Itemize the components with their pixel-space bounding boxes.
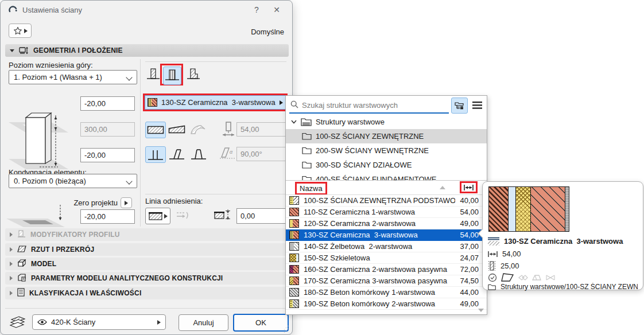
composite-swatch-icon	[289, 219, 299, 228]
collapsed-section-header[interactable]: KLASYFIKACJA I WŁAŚCIWOŚCI	[5, 287, 289, 299]
tree-root-label: Struktury warstwowe	[316, 118, 385, 126]
home-story-select[interactable]: 0. Poziom 0 (bieżąca)	[9, 174, 137, 188]
composite-highlight-box	[160, 64, 183, 85]
slant-double-button[interactable]	[189, 146, 208, 162]
base-to-zero-field[interactable]: -20,00	[80, 209, 135, 224]
tree-folder-item[interactable]: 100-SZ ŚCIANY ZEWNĘTRZNE	[286, 129, 487, 143]
preview-core-thickness: 25,00	[501, 262, 519, 270]
base-offset-value: -20,00	[84, 151, 106, 159]
search-row	[286, 96, 487, 114]
flyout-arrow-icon	[164, 214, 168, 219]
slant-vertical-button[interactable]	[145, 146, 166, 163]
project-zero-flyout-button[interactable]	[121, 197, 132, 208]
flip-arrows-icon	[176, 211, 191, 220]
collapse-triangle-icon	[10, 49, 14, 52]
favorites-button[interactable]	[9, 24, 32, 38]
composite-name: 130-SZ Ceramiczna 3-warstwowa	[161, 98, 276, 107]
name-column-header-highlight[interactable]: Nazwa	[295, 182, 327, 195]
search-underline	[289, 112, 449, 114]
check-circle-icon	[488, 273, 497, 282]
star-icon	[13, 26, 22, 36]
plan-polygon-button[interactable]	[189, 122, 208, 137]
collapsed-section-header[interactable]: PARAMETRY MODELU ANALITYCZNEGO KONSTRUKC…	[5, 272, 289, 285]
tree-folder-item[interactable]: 200-SW ŚCIANY WEWNĘTRZNE	[286, 143, 487, 158]
scroll-down-icon[interactable]	[478, 309, 484, 312]
thickness-value: 54,00	[240, 125, 259, 134]
composite-row-name: 130-SZ Ceramiczna 3-warstwowa	[304, 231, 455, 239]
section-geometry-header[interactable]: GEOMETRIA I POŁOŻENIE	[5, 44, 289, 57]
composite-row[interactable]: 170-SZ Ceramiczna 3-warstwowa pasywna 74…	[286, 275, 487, 287]
top-offset-value: -20,00	[84, 99, 106, 108]
composite-select[interactable]: 130-SZ Ceramiczna 3-warstwowa	[145, 95, 286, 110]
composite-row[interactable]: 180-SZ Beton komórkowy 1-warstwowa 44,00	[286, 287, 487, 298]
composite-row-width: 74,50	[460, 276, 479, 285]
name-column-header: Nazwa	[300, 184, 323, 193]
composite-row-name: 190-SZ Beton komórkowy 2-warstwowa	[304, 299, 455, 308]
structure-composite-button[interactable]	[163, 67, 181, 85]
slant-single-button[interactable]	[167, 146, 187, 162]
composite-row[interactable]: 110-SZ Ceramiczna 1-warstwowa 54,00	[286, 207, 487, 218]
expand-triangle-icon	[10, 232, 13, 237]
composite-row[interactable]: 150-SZ Szkieletowa 24,07	[286, 252, 487, 264]
reference-offset-icon	[214, 209, 232, 221]
tree-folder-label: 300-SD ŚCIANY DZIAŁOWE	[316, 161, 412, 169]
top-level-select[interactable]: 1. Poziom +1 (Własna + 1)	[9, 70, 137, 84]
composite-row[interactable]: 190-SZ Beton komórkowy 2-warstwowa 49,00	[286, 298, 487, 310]
wall-elevation-diagram	[5, 103, 77, 176]
wall-settings-dialog: Ustawienia ściany ? ✕ Domyślne GEOMETRIA…	[0, 0, 293, 335]
tree-view-button[interactable]	[451, 98, 468, 114]
straight-wall-icon	[147, 125, 164, 135]
tree-folder-item[interactable]: 300-SD ŚCIANY DZIAŁOWE	[286, 158, 487, 172]
collapsed-section-header[interactable]: MODEL	[5, 258, 289, 270]
composite-row[interactable]: 100-SZ ŚCIANA ZEWNĘTRZNA PODSTAWOWA 40,0…	[286, 195, 487, 207]
wall-geometry-icon	[19, 46, 29, 55]
width-column-header-highlight[interactable]	[460, 181, 478, 193]
title-bar[interactable]: Ustawienia ściany ? ✕	[1, 1, 292, 19]
composite-row-width: 44,00	[460, 288, 479, 297]
folder-icon	[302, 176, 312, 180]
screenshot-root: { "window": {"title": "Ustawienia ściany…	[0, 0, 644, 335]
composite-preview-card: 130-SZ Ceramiczna 3-warstwowa 54,00 25,0…	[482, 181, 643, 290]
divider	[145, 61, 286, 62]
expand-triangle-icon	[10, 247, 13, 252]
layers-icon	[9, 315, 26, 329]
composite-swatch-icon	[148, 98, 157, 107]
composite-row[interactable]: 120-SZ Ceramiczna 2-warstwowa 49,00	[286, 218, 487, 229]
ok-button[interactable]: OK	[233, 314, 289, 332]
composite-row[interactable]: 140-SZ Żelbetowa 2-warstwowa 37,00	[286, 241, 487, 252]
plan-straight-button[interactable]	[145, 122, 166, 138]
folder-tree: Struktury warstwowe 100-SZ ŚCIANY ZEWNĘT…	[286, 115, 487, 180]
collapsed-section-title: MODYFIKATORY PROFILU	[30, 231, 120, 239]
tree-root-item[interactable]: Struktury warstwowe	[286, 115, 487, 129]
slanted-wall-icon	[169, 149, 185, 160]
base-offset-field[interactable]: -20,00	[80, 148, 135, 162]
flyout-arrow-icon	[125, 201, 128, 205]
composite-row[interactable]: 130-SZ Ceramiczna 3-warstwowa 54,00	[286, 229, 487, 241]
cancel-button[interactable]: Anuluj	[179, 314, 228, 331]
list-view-button[interactable]	[470, 98, 485, 112]
slab-usage-icon	[545, 274, 556, 281]
resize-grip[interactable]: ⋰⋰	[284, 326, 289, 332]
structure-profile-button[interactable]	[185, 66, 201, 83]
structure-basic-button[interactable]	[145, 66, 161, 83]
core-thickness-icon	[488, 261, 496, 271]
composite-cross-section-preview	[488, 186, 569, 232]
plan-trapezoid-button[interactable]	[167, 122, 187, 137]
slant-angle-field: 90,00°	[236, 147, 290, 161]
help-button[interactable]: ?	[249, 3, 264, 16]
search-input[interactable]	[301, 98, 447, 112]
tree-folder-label: 100-SZ ŚCIANY ZEWNĘTRZNE	[316, 132, 424, 141]
reference-line-position-button[interactable]	[145, 208, 170, 224]
basic-wall-icon	[146, 68, 161, 81]
layer-select[interactable]: 420-K Ściany	[32, 314, 166, 330]
close-button[interactable]: ✕	[269, 3, 284, 16]
top-offset-field[interactable]: -20,00	[80, 96, 135, 111]
composite-row[interactable]: 160-SZ Ceramiczna 2-warstwowa pasywna 72…	[286, 264, 487, 275]
defaults-label: Domyślne	[251, 28, 284, 36]
window-title: Ustawienia ściany	[22, 6, 82, 14]
wall-height-value: 300,00	[84, 125, 107, 134]
collapsed-section-header[interactable]: RZUT I PRZEKRÓJ	[5, 243, 289, 256]
tree-folder-item[interactable]: 400-SF ŚCIANY FUNDAMENTOWE	[286, 172, 487, 180]
preview-total-thickness: 54,00	[502, 250, 521, 258]
collapsed-section-header[interactable]: MODYFIKATORY PROFILU	[5, 228, 289, 241]
